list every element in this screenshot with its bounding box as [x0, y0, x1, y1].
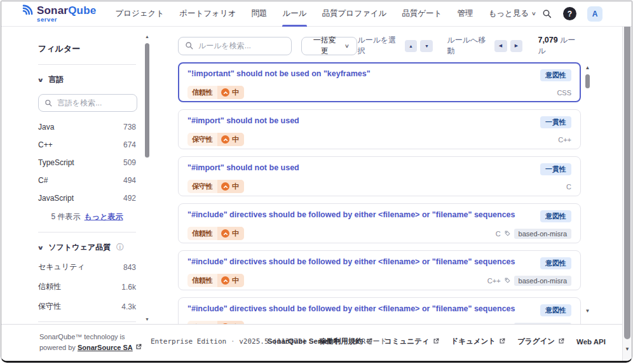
facet-row[interactable]: JavaScript492 — [38, 194, 136, 203]
rule-card[interactable]: "#import" should not be used一貫性保守性中C++ — [178, 109, 581, 149]
rule-language: C++ — [487, 277, 501, 285]
language-search-box — [38, 94, 137, 112]
scrollbar-thumb[interactable] — [585, 74, 590, 88]
quality-label: 信頼性 — [187, 274, 217, 287]
scrollbar-thumb[interactable] — [145, 43, 149, 158]
footer-link[interactable]: ドキュメント — [451, 337, 506, 346]
rules-search-input[interactable] — [198, 41, 281, 50]
facet-name: セキュリティ — [38, 262, 85, 273]
software-quality-pill: 保守性中 — [187, 133, 244, 146]
facet-count: 738 — [123, 123, 136, 131]
brand-part1: Sonar — [37, 4, 68, 17]
facet-count: 492 — [123, 194, 136, 203]
select-rule-label: ルールを選択 — [357, 35, 401, 57]
facet-name: C++ — [38, 140, 53, 149]
facet-row[interactable]: C#494 — [38, 176, 136, 185]
section-language[interactable]: ∨ 言語 — [38, 74, 136, 85]
nav-item[interactable]: ルール — [282, 1, 306, 26]
scroll-up-icon[interactable]: ▲ — [144, 34, 151, 39]
external-link-icon — [558, 338, 564, 346]
footer-link[interactable]: Web API — [576, 338, 606, 346]
toolbar-right: ルールを選択 ▲ ▼ ルールへ移動 ◀ ▶ 7,079 ルール — [357, 35, 581, 57]
brand-part2: Qube — [68, 4, 96, 17]
facet-row[interactable]: TypeScript509 — [38, 158, 136, 167]
footer-link[interactable]: コミュニティ — [385, 337, 439, 346]
bulk-change-button[interactable]: 一括変更 ∨ — [301, 37, 357, 55]
rules-main: 一括変更 ∨ ルールを選択 ▲ ▼ ルールへ移動 ◀ ▶ 7,079 ルール "… — [178, 27, 581, 324]
software-quality-pill: 信頼性中 — [187, 86, 244, 99]
nav-item-label: 問題 — [251, 8, 267, 19]
scroll-up-icon[interactable]: ▲ — [583, 65, 592, 71]
nav-right: ? A — [542, 6, 602, 22]
language-search-input[interactable] — [57, 98, 127, 107]
sonarqube-logo[interactable]: SonarQube server — [14, 4, 96, 24]
nav-item[interactable]: プロジェクト — [115, 1, 164, 26]
scrollbar-thumb[interactable] — [624, 12, 630, 339]
rule-card[interactable]: "!important" should not be used on "keyf… — [178, 62, 581, 102]
rule-title-link[interactable]: "#include" directives should be followed… — [187, 257, 515, 266]
global-search-icon[interactable] — [542, 9, 552, 19]
quality-label: 信頼性 — [187, 86, 217, 99]
rule-tag[interactable]: based-on-misra — [514, 276, 571, 286]
search-icon — [185, 41, 194, 50]
facet-row[interactable]: 信頼性1.6k — [38, 281, 136, 292]
chevron-down-icon: ∨ — [37, 77, 44, 83]
facet-row[interactable]: 保守性4.3k — [38, 301, 136, 312]
rule-title-link[interactable]: "#include" directives should be followed… — [187, 210, 515, 219]
rule-title-link[interactable]: "#import" should not be used — [187, 163, 299, 172]
section-software-quality-label: ソフトウェア品質 — [48, 242, 111, 253]
facet-count: 674 — [123, 140, 136, 149]
sonarsource-link[interactable]: SonarSource SA — [78, 344, 133, 351]
sonarqube-logo-icon — [14, 4, 33, 24]
footer-link[interactable]: プラグイン — [517, 337, 564, 346]
goto-next-button[interactable]: ▶ — [510, 40, 523, 52]
facet-row[interactable]: セキュリティ843 — [38, 262, 136, 273]
scroll-down-icon[interactable]: ▼ — [583, 308, 592, 314]
footer-link[interactable]: SonarQube Server 利用規約 — [268, 337, 372, 346]
nav-item[interactable]: 管理 — [457, 1, 473, 26]
avatar[interactable]: A — [587, 6, 602, 22]
page-scrollbar[interactable]: ▲ ▼ — [622, 1, 632, 361]
rule-card[interactable]: "#include" directives should be followed… — [178, 297, 581, 324]
bulk-change-label: 一括変更 — [310, 35, 339, 57]
nav-item[interactable]: 品質ゲート — [402, 1, 442, 26]
nav-item[interactable]: 問題 — [251, 1, 267, 26]
facet-row[interactable]: C++674 — [38, 140, 136, 149]
rule-card[interactable]: "#include" directives should be followed… — [178, 203, 581, 243]
nav-item[interactable]: 品質プロファイル — [322, 1, 387, 26]
rule-title-link[interactable]: "#include" directives should be followed… — [187, 304, 515, 313]
select-next-button[interactable]: ▼ — [420, 40, 433, 52]
clean-code-attribute-badge: 意図性 — [540, 69, 571, 81]
goto-prev-button[interactable]: ◀ — [494, 40, 507, 52]
footer-link-label: Web API — [576, 338, 606, 346]
nav-item-label: ルール — [282, 8, 306, 19]
rule-language: CSS — [557, 89, 571, 97]
external-link-icon — [135, 344, 142, 351]
select-prev-button[interactable]: ▲ — [405, 40, 418, 52]
rule-card[interactable]: "#include" directives should be followed… — [178, 250, 581, 290]
language-list: Java738C++674TypeScript509C#494JavaScrip… — [38, 123, 136, 203]
quality-label: 保守性 — [187, 180, 217, 193]
sidebar-scrollbar[interactable]: ▲ ▼ — [144, 34, 151, 321]
rules-list-scrollbar[interactable]: ▲ ▼ — [583, 65, 592, 314]
external-link-icon — [433, 338, 439, 346]
software-quality-pill: 保守性中 — [187, 180, 244, 193]
rule-tag[interactable]: based-on-misra — [514, 229, 571, 239]
shown-count-label: 5 件表示 — [51, 212, 81, 221]
rule-title-link[interactable]: "!important" should not be used on "keyf… — [187, 69, 371, 78]
facet-count: 843 — [123, 263, 136, 272]
software-quality-pill: 信頼性中 — [187, 227, 244, 240]
scroll-down-icon[interactable]: ▼ — [623, 346, 632, 352]
section-language-label: 言語 — [48, 74, 64, 85]
rule-title-link[interactable]: "#import" should not be used — [187, 116, 299, 125]
scroll-down-icon[interactable]: ▼ — [144, 317, 151, 321]
rule-card[interactable]: "#import" should not be used一貫性保守性中C — [178, 156, 581, 196]
nav-item[interactable]: ポートフォリオ — [179, 1, 236, 26]
section-software-quality[interactable]: ∨ ソフトウェア品質 ⓘ — [38, 242, 136, 253]
facet-row[interactable]: Java738 — [38, 123, 136, 131]
facet-count: 1.6k — [121, 283, 136, 292]
powered-prefix: powered by — [39, 344, 76, 351]
help-icon[interactable]: ? — [563, 7, 576, 20]
nav-item[interactable]: もっと見る∨ — [488, 1, 536, 26]
show-more-link[interactable]: もっと表示 — [85, 212, 123, 221]
